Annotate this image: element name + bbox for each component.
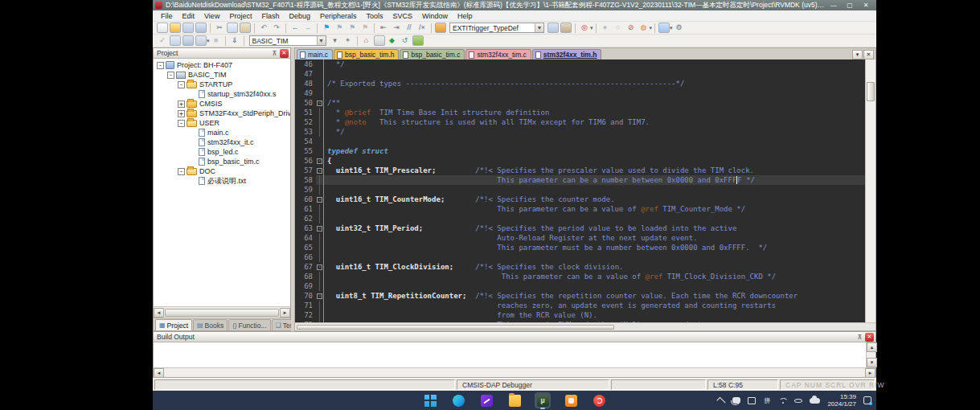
target-options-dropdown-icon[interactable]: ▾ xyxy=(330,35,341,46)
build-output-horizontal-scrollbar[interactable]: ◄ ► xyxy=(154,367,875,377)
disable-breakpoint-icon[interactable]: ○ xyxy=(613,23,624,33)
options-for-target-icon[interactable]: ✦ xyxy=(342,35,354,46)
configuration-wrench-icon[interactable]: ⚙ xyxy=(674,23,685,33)
code-line[interactable]: 51 * @brief TIM Time Base Init structure… xyxy=(295,108,865,117)
enable-breakpoints-icon[interactable]: ◍ xyxy=(638,23,650,33)
expand-icon[interactable]: + xyxy=(178,100,185,108)
code-line[interactable]: 48/* Exported types --------------------… xyxy=(295,79,865,88)
code-line[interactable]: 57- uint16_t TIM_Prescaler; /*!< Specifi… xyxy=(295,166,865,175)
bookmark-icon[interactable]: ⚑ xyxy=(321,23,332,33)
clear-bookmarks-icon[interactable]: ⚑ xyxy=(359,23,371,33)
pinyin-input-icon[interactable]: 拼 xyxy=(763,395,771,406)
scroll-down-icon[interactable]: ▼ xyxy=(867,358,877,367)
file-extensions-icon[interactable] xyxy=(374,35,385,46)
prev-bookmark-icon[interactable]: ⚑ xyxy=(334,23,345,33)
build-output-vertical-scrollbar[interactable]: ▲ ▼ xyxy=(866,342,875,367)
code-line[interactable]: 72 from the RCR value (N). xyxy=(295,310,865,320)
translate-icon[interactable]: ✓ xyxy=(157,35,168,46)
find-in-files-icon[interactable] xyxy=(547,23,559,33)
editor-tab-stm32f4xx_tim-c[interactable]: stm32f4xx_tim.c xyxy=(465,49,531,59)
fold-collapse-icon[interactable]: - xyxy=(317,226,322,232)
target-combo[interactable]: BASIC_TIM▼ xyxy=(249,35,326,46)
collapse-icon[interactable]: - xyxy=(167,72,174,79)
start-button[interactable] xyxy=(422,392,438,408)
collapse-icon[interactable]: - xyxy=(157,62,164,69)
next-bookmark-icon[interactable]: ⚑ xyxy=(346,23,358,33)
collapse-icon[interactable]: - xyxy=(178,81,185,88)
rebuild-icon[interactable] xyxy=(182,35,194,46)
manage-rte-icon[interactable]: ◆ xyxy=(387,35,398,46)
code-line[interactable]: 71 reaches zero, an update event is gene… xyxy=(295,301,865,310)
menu-help[interactable]: Help xyxy=(453,11,478,21)
code-line[interactable]: 55typedef struct xyxy=(295,146,865,156)
editor-tab-stm32f4xx_tim-h[interactable]: stm32f4xx_tim.h xyxy=(532,49,602,59)
red-app-icon[interactable] xyxy=(591,392,607,408)
find-icon[interactable]: ◎ xyxy=(579,23,590,33)
paste-icon[interactable] xyxy=(240,23,251,33)
fold-collapse-icon[interactable]: - xyxy=(317,264,322,270)
menu-tools[interactable]: Tools xyxy=(361,11,387,21)
window-layout-icon[interactable] xyxy=(658,23,670,33)
code-line[interactable]: 60- uint16_t TIM_CounterMode; /*!< Speci… xyxy=(295,195,865,204)
fold-collapse-icon[interactable]: - xyxy=(317,100,322,106)
panel-tab-project[interactable]: ▦Project xyxy=(155,319,192,330)
editor-tab-main-c[interactable]: main.c xyxy=(297,49,333,59)
build-icon[interactable] xyxy=(170,35,181,46)
chevron-down-icon[interactable]: ▼ xyxy=(535,23,543,32)
fold-collapse-icon[interactable]: - xyxy=(317,168,322,174)
outdent-icon[interactable]: ⇤ xyxy=(378,23,389,33)
tree-item[interactable]: -DOC xyxy=(154,166,290,176)
tree-item[interactable]: bsp_basic_tim.c xyxy=(154,157,290,166)
code-line[interactable]: 66 xyxy=(295,252,865,262)
close-button[interactable]: ✕ xyxy=(858,1,874,10)
open-file-icon[interactable] xyxy=(170,23,181,33)
device-database-icon[interactable] xyxy=(412,35,424,46)
scroll-right-icon[interactable]: ► xyxy=(280,308,290,318)
maximize-button[interactable]: ▢ xyxy=(842,1,858,10)
taskbar-clock[interactable]: 15:39 2024/1/27 xyxy=(827,393,856,408)
cross-reference-icon[interactable] xyxy=(560,23,572,33)
wifi-icon[interactable] xyxy=(778,397,787,404)
stop-build-icon[interactable]: ■ xyxy=(211,35,222,46)
code-line[interactable]: 49 xyxy=(295,88,865,98)
notification-center-icon[interactable] xyxy=(863,396,871,404)
copy-icon[interactable] xyxy=(227,23,238,33)
menu-svcs[interactable]: SVCS xyxy=(388,11,418,21)
tree-item[interactable]: -Project: BH-F407 xyxy=(154,60,290,70)
tree-item[interactable]: +CMSIS xyxy=(154,99,290,109)
volume-icon[interactable] xyxy=(794,399,802,403)
tray-expand-chevron[interactable] xyxy=(717,397,726,406)
purple-app-icon[interactable] xyxy=(478,392,494,408)
kill-breakpoints-icon[interactable]: ⊘ xyxy=(625,23,637,33)
menu-flash[interactable]: Flash xyxy=(256,11,284,21)
scroll-left-icon[interactable]: ◄ xyxy=(154,368,164,378)
chevron-down-icon[interactable]: ▾ xyxy=(207,38,210,44)
file-explorer-icon[interactable] xyxy=(506,392,523,408)
chevron-down-icon[interactable]: ▼ xyxy=(317,36,326,45)
menu-peripherals[interactable]: Peripherals xyxy=(315,11,362,21)
menu-edit[interactable]: Edit xyxy=(178,11,200,21)
pin-icon[interactable]: ⊼ xyxy=(855,333,864,342)
code-line[interactable]: 56-{ xyxy=(295,156,865,166)
tree-item[interactable]: -USER xyxy=(154,118,290,128)
editor-tab-bsp_basic_tim-h[interactable]: bsp_basic_tim.h xyxy=(334,49,399,59)
scroll-thumb[interactable] xyxy=(867,82,875,101)
indent-icon[interactable]: ⇥ xyxy=(391,23,402,33)
new-file-icon[interactable] xyxy=(157,23,168,33)
redo-icon[interactable]: ↷ xyxy=(271,23,282,33)
uncomment-icon[interactable]: /× xyxy=(416,23,428,33)
configure-symbols-icon[interactable] xyxy=(435,23,446,33)
code-line[interactable]: 67- uint16_t TIM_ClockDivision; /*!< Spe… xyxy=(295,262,865,272)
code-line[interactable]: 68 This parameter can be a value of @ref… xyxy=(295,272,865,281)
code-line[interactable]: 64 Auto-Reload Register at the next upda… xyxy=(295,233,865,243)
menu-debug[interactable]: Debug xyxy=(284,11,315,21)
code-line[interactable]: 61 This parameter can be a value of @ref… xyxy=(295,204,865,214)
tab-list-icon[interactable]: ▾ xyxy=(852,50,863,59)
code-line[interactable]: 53 */ xyxy=(295,127,865,137)
code-line[interactable]: 47 xyxy=(295,69,865,79)
collapse-icon[interactable]: - xyxy=(178,120,185,127)
tree-item[interactable]: +STM32F4xx_StdPeriph_Driver xyxy=(154,109,290,118)
orange-app-icon[interactable] xyxy=(563,392,579,408)
collapse-icon[interactable]: - xyxy=(178,168,185,175)
code-line[interactable]: 70- uint8_t TIM_RepetitionCounter; /*!< … xyxy=(295,291,865,301)
